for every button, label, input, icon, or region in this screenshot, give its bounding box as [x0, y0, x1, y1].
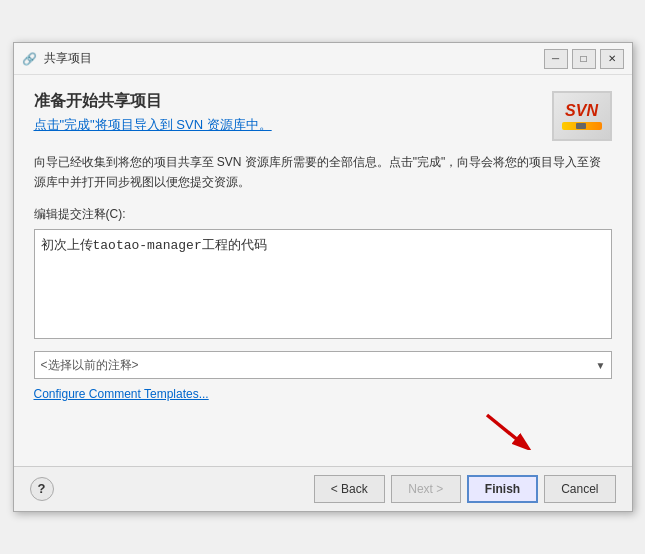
maximize-button[interactable]: □ [572, 49, 596, 69]
header-row: 准备开始共享项目 点击"完成"将项目导入到 SVN 资源库中。 SVN [34, 91, 612, 141]
main-window: 🔗 共享项目 ─ □ ✕ 准备开始共享项目 点击"完成"将项目导入到 SVN 资… [13, 42, 633, 511]
prev-comments-row: <选择以前的注释> ▼ [34, 351, 612, 379]
cancel-button[interactable]: Cancel [544, 475, 615, 503]
red-arrow-icon [482, 410, 532, 450]
commit-area: 初次上传<span class="commit-text-underline">… [34, 229, 612, 343]
close-button[interactable]: ✕ [600, 49, 624, 69]
title-bar: 🔗 共享项目 ─ □ ✕ [14, 43, 632, 75]
description-text: 向导已经收集到将您的项目共享至 SVN 资源库所需要的全部信息。点击"完成"，向… [34, 153, 612, 191]
svn-text: SVN [565, 102, 598, 120]
svg-line-1 [487, 415, 524, 445]
sub-title[interactable]: 点击"完成"将项目导入到 SVN 资源库中。 [34, 116, 272, 134]
svn-bar [562, 122, 602, 130]
minimize-button[interactable]: ─ [544, 49, 568, 69]
window-title: 共享项目 [44, 50, 544, 67]
help-button[interactable]: ? [30, 477, 54, 501]
dialog-footer: ? < Back Next > Finish Cancel [14, 466, 632, 511]
commit-textarea[interactable]: 初次上传<span class="commit-text-underline">… [34, 229, 612, 339]
footer-left: ? [30, 477, 54, 501]
svn-logo: SVN [552, 91, 612, 141]
next-button[interactable]: Next > [391, 475, 461, 503]
finish-button[interactable]: Finish [467, 475, 538, 503]
dialog-content: 准备开始共享项目 点击"完成"将项目导入到 SVN 资源库中。 SVN 向导已经… [14, 75, 632, 465]
footer-right: < Back Next > Finish Cancel [314, 475, 616, 503]
prev-comments-select[interactable]: <选择以前的注释> [34, 351, 612, 379]
window-controls: ─ □ ✕ [544, 49, 624, 69]
commit-label: 编辑提交注释(C): [34, 206, 612, 223]
main-title: 准备开始共享项目 [34, 91, 272, 112]
window-icon: 🔗 [22, 51, 38, 67]
back-button[interactable]: < Back [314, 475, 385, 503]
header-left: 准备开始共享项目 点击"完成"将项目导入到 SVN 资源库中。 [34, 91, 272, 134]
configure-link[interactable]: Configure Comment Templates... [34, 387, 209, 401]
red-arrow-container [482, 410, 532, 450]
arrow-area [34, 410, 612, 450]
